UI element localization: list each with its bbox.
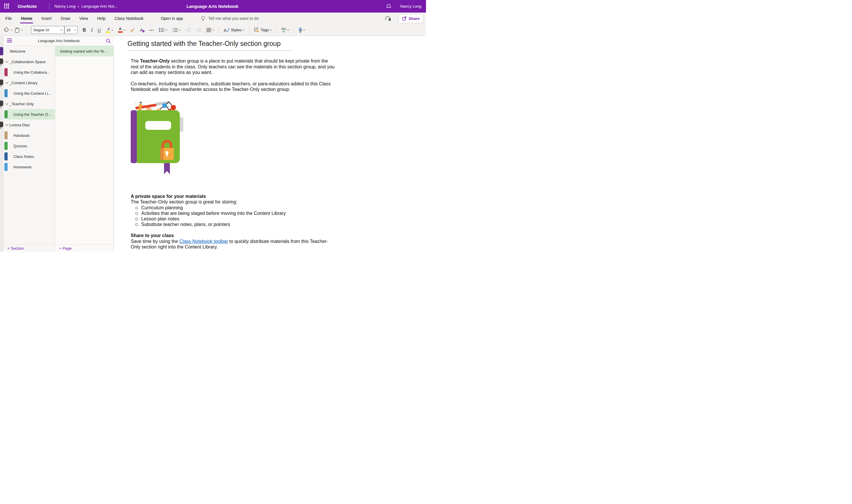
chevron-down-icon bbox=[123, 29, 125, 31]
main-area: Language Arts Notebook Welcome _Collabor… bbox=[0, 36, 426, 252]
formatting-ribbon: Segoe UI 18 B I U A A ••• 123 bbox=[0, 24, 426, 36]
align-text-icon bbox=[206, 28, 212, 32]
font-name-select[interactable]: Segoe UI bbox=[31, 28, 64, 32]
section-color-tab bbox=[4, 152, 7, 161]
chevron-down-icon bbox=[212, 29, 214, 31]
spell-check-button[interactable]: abc bbox=[280, 26, 290, 33]
welcome-section-rail-tab[interactable] bbox=[0, 47, 3, 55]
notebook-label bbox=[145, 121, 171, 130]
menu-view[interactable]: View bbox=[79, 13, 88, 24]
menu-class-notebook[interactable]: Class Notebook bbox=[115, 13, 144, 24]
storing-bullet-list: Curriculum planning Activities that are … bbox=[131, 205, 336, 228]
notebook-spine bbox=[131, 110, 137, 163]
styles-icon: A bbox=[224, 28, 230, 33]
numbered-list-icon: 123 bbox=[172, 28, 178, 32]
clipboard-icon bbox=[15, 28, 19, 33]
storing-intro: The Teacher-Only section group is great … bbox=[131, 199, 336, 205]
page-item-getting-started[interactable]: Getting started with the Te... bbox=[55, 46, 113, 56]
sidebar-item-homework[interactable]: Homework bbox=[3, 162, 55, 172]
section-color-tab bbox=[4, 110, 7, 119]
menu-insert[interactable]: Insert bbox=[41, 13, 52, 24]
notebook-title: Language Arts Notebook bbox=[3, 39, 114, 43]
dictate-button[interactable] bbox=[297, 26, 306, 34]
section-color-tab bbox=[4, 68, 7, 76]
add-section-button[interactable]: + Section bbox=[3, 245, 55, 252]
alignment-button[interactable] bbox=[205, 27, 215, 33]
app-name[interactable]: OneNote bbox=[18, 4, 37, 9]
hamburger-menu-icon[interactable] bbox=[7, 39, 12, 43]
sidebar-item-welcome[interactable]: Welcome bbox=[3, 46, 55, 56]
sidebar-group-teacher-only[interactable]: _Teacher Only bbox=[3, 98, 55, 109]
page-title[interactable]: Getting started with the Teacher-Only se… bbox=[127, 40, 291, 51]
underline-button[interactable]: U bbox=[96, 27, 102, 33]
search-icon[interactable] bbox=[106, 39, 111, 45]
sidebar-item-using-content-library[interactable]: Using the Content Li... bbox=[3, 88, 55, 98]
list-item: Lesson plan notes bbox=[131, 216, 336, 221]
chevron-down-icon bbox=[287, 29, 289, 31]
section-color-tab bbox=[4, 89, 7, 97]
outdent-button[interactable] bbox=[184, 27, 192, 33]
menu-home[interactable]: Home bbox=[21, 13, 33, 24]
chevron-down-icon bbox=[74, 29, 76, 31]
undo-icon bbox=[3, 28, 9, 33]
chevron-down-icon bbox=[270, 29, 272, 31]
chevron-down-icon bbox=[242, 29, 244, 31]
notifications-bell-icon[interactable] bbox=[386, 3, 392, 9]
indent-button[interactable] bbox=[195, 27, 203, 33]
microphone-icon bbox=[298, 28, 302, 33]
bold-button[interactable]: B bbox=[81, 26, 87, 34]
notebook-rail bbox=[0, 36, 3, 252]
clear-formatting-button[interactable]: A bbox=[139, 26, 146, 33]
italic-button[interactable]: I bbox=[90, 26, 94, 34]
highlight-button[interactable] bbox=[105, 26, 114, 34]
section-color-tab bbox=[4, 131, 7, 140]
tell-me-search[interactable]: Tell me what you want to do bbox=[201, 16, 259, 21]
illustration-container bbox=[131, 101, 336, 186]
styles-button[interactable]: A Styles bbox=[222, 26, 246, 34]
font-size-select[interactable]: 18 bbox=[65, 28, 77, 32]
sidebar-group-lorena-diaz[interactable]: Lorena Diaz bbox=[3, 120, 55, 130]
chevron-down-icon bbox=[165, 29, 167, 31]
account-user-name[interactable]: Nancy Long bbox=[400, 4, 421, 8]
class-notebook-toolbar-link[interactable]: Class Notebook toolbar bbox=[179, 239, 228, 244]
breadcrumb-user[interactable]: Nancy Long bbox=[54, 4, 75, 8]
chevron-down-icon bbox=[5, 60, 8, 63]
sync-status-cloud-icon[interactable] bbox=[384, 16, 392, 21]
tag-checkbox-star-icon bbox=[254, 28, 259, 33]
sidebar-group-content-library[interactable]: _Content Library bbox=[3, 77, 55, 88]
format-painter-button[interactable] bbox=[129, 26, 136, 33]
tags-button[interactable]: Tags bbox=[253, 26, 273, 34]
section-color-tab bbox=[4, 142, 7, 150]
share-button[interactable]: Share bbox=[399, 14, 423, 23]
menu-draw[interactable]: Draw bbox=[60, 13, 70, 24]
sidebar-group-collaboration-space[interactable]: _Collaboration Space bbox=[3, 56, 55, 67]
more-font-options-button[interactable]: ••• bbox=[148, 28, 155, 33]
sidebar-item-quizzes[interactable]: Quizzes bbox=[3, 141, 55, 151]
chevron-down-icon bbox=[11, 29, 13, 31]
chevron-down-icon bbox=[5, 123, 8, 126]
font-color-button[interactable]: A bbox=[117, 26, 126, 34]
chevron-down-icon bbox=[60, 29, 62, 31]
add-page-button[interactable]: + Page bbox=[55, 245, 113, 252]
numbering-button[interactable]: 123 bbox=[171, 27, 182, 33]
open-in-app-button[interactable]: Open in app bbox=[161, 13, 183, 24]
bullets-button[interactable] bbox=[158, 27, 168, 33]
ribbon-divider bbox=[293, 26, 294, 34]
app-launcher-waffle-icon[interactable] bbox=[4, 3, 10, 10]
breadcrumb-notebook[interactable]: Language Arts Not... bbox=[81, 4, 117, 8]
sidebar-item-using-teacher-only[interactable]: Using the Teacher O... bbox=[3, 109, 55, 120]
menu-file[interactable]: File bbox=[5, 13, 12, 24]
page-canvas[interactable]: Getting started with the Teacher-Only se… bbox=[114, 36, 426, 252]
svg-text:3: 3 bbox=[172, 31, 173, 32]
navigation-header: Language Arts Notebook bbox=[3, 36, 114, 46]
paragraph-2: Co-teachers, including team teachers, su… bbox=[131, 81, 336, 92]
menu-help[interactable]: Help bbox=[97, 13, 106, 24]
sidebar-item-handouts[interactable]: Handouts bbox=[3, 130, 55, 141]
sidebar-item-class-notes[interactable]: Class Notes bbox=[3, 151, 55, 162]
pages-pane: Getting started with the Te... + Page bbox=[55, 46, 114, 252]
heading-private-space: A private space for your materials bbox=[131, 194, 336, 199]
sidebar-item-using-collaboration-space[interactable]: Using the Collabora... bbox=[3, 67, 55, 77]
paste-button[interactable] bbox=[15, 28, 22, 33]
menu-bar: File Home Insert Draw View Help Class No… bbox=[0, 13, 426, 24]
undo-button[interactable] bbox=[3, 28, 12, 33]
